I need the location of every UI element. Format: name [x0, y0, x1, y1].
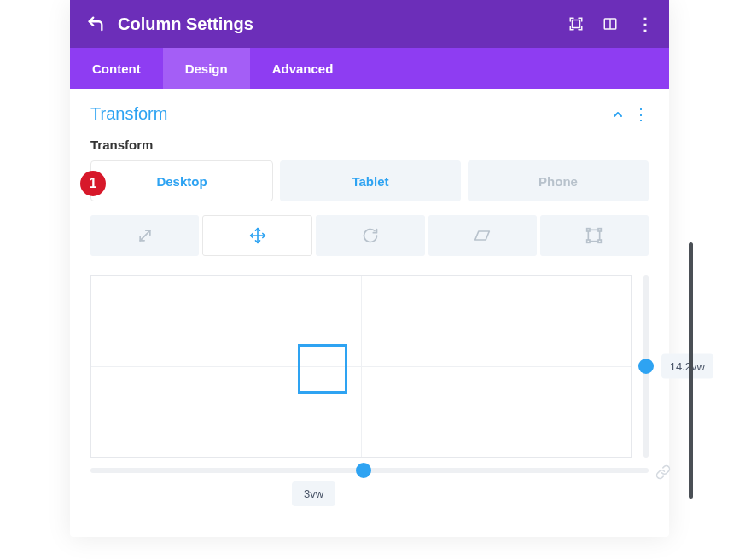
- tab-design[interactable]: Design: [163, 48, 250, 89]
- section-header: Transform ⋮: [70, 89, 669, 134]
- scale-icon: [137, 227, 154, 244]
- settings-panel: Column Settings ⋮ Content Design Advance…: [70, 0, 669, 537]
- panel-title: Column Settings: [118, 15, 568, 34]
- move-icon: [249, 227, 266, 244]
- device-tab-desktop[interactable]: Desktop: [90, 160, 273, 201]
- svg-rect-8: [587, 229, 590, 231]
- tab-advanced[interactable]: Advanced: [250, 48, 356, 89]
- svg-rect-10: [587, 240, 590, 242]
- transform-canvas[interactable]: [90, 275, 632, 458]
- field-label: Transform: [70, 134, 669, 160]
- mode-translate-button[interactable]: [202, 215, 312, 256]
- tab-content[interactable]: Content: [70, 48, 163, 89]
- annotation-badge: 1: [80, 171, 106, 196]
- back-button[interactable]: [85, 14, 106, 34]
- x-slider-thumb[interactable]: [356, 463, 371, 478]
- section-menu-button[interactable]: ⋮: [633, 107, 649, 122]
- expand-icon: [568, 16, 584, 32]
- y-value-input[interactable]: 14.2vw: [661, 354, 713, 379]
- transform-handle-square[interactable]: [298, 344, 347, 394]
- x-axis-slider[interactable]: [90, 468, 649, 473]
- main-tabs: Content Design Advanced: [70, 48, 669, 89]
- svg-rect-11: [598, 240, 601, 242]
- link-axes-button[interactable]: [655, 464, 671, 480]
- scrollbar[interactable]: [689, 242, 693, 499]
- more-button[interactable]: ⋮: [637, 14, 654, 34]
- svg-rect-0: [573, 20, 580, 28]
- expand-button[interactable]: [568, 16, 584, 32]
- svg-line-3: [140, 230, 150, 241]
- device-tab-phone[interactable]: Phone: [468, 160, 649, 201]
- skew-icon: [473, 227, 492, 244]
- columns-button[interactable]: [603, 16, 618, 32]
- undo-arrow-icon: [86, 15, 105, 33]
- titlebar: Column Settings ⋮: [70, 0, 669, 48]
- device-tab-tablet[interactable]: Tablet: [280, 160, 461, 201]
- section-title[interactable]: Transform: [90, 104, 611, 124]
- mode-origin-button[interactable]: [540, 215, 649, 256]
- kebab-icon: ⋮: [633, 106, 649, 123]
- mode-skew-button[interactable]: [428, 215, 537, 256]
- y-slider-thumb[interactable]: [638, 359, 654, 374]
- device-tabs: Desktop Tablet Phone: [90, 160, 649, 201]
- mode-scale-button[interactable]: [90, 215, 199, 256]
- transform-mode-tabs: [70, 201, 669, 256]
- svg-marker-6: [475, 231, 490, 240]
- transform-canvas-area: 14.2vw 3vw: [70, 256, 669, 537]
- svg-rect-9: [598, 229, 601, 231]
- kebab-icon: ⋮: [637, 15, 654, 33]
- mode-rotate-button[interactable]: [316, 215, 424, 256]
- rotate-icon: [362, 227, 379, 244]
- origin-icon: [585, 227, 603, 244]
- x-value-input[interactable]: 3vw: [292, 481, 335, 506]
- columns-icon: [603, 16, 618, 32]
- crosshair-vertical: [361, 276, 362, 457]
- link-icon: [655, 464, 671, 480]
- collapse-button[interactable]: [611, 108, 625, 121]
- y-axis-slider[interactable]: 14.2vw: [643, 275, 649, 458]
- chevron-up-icon: [611, 108, 625, 121]
